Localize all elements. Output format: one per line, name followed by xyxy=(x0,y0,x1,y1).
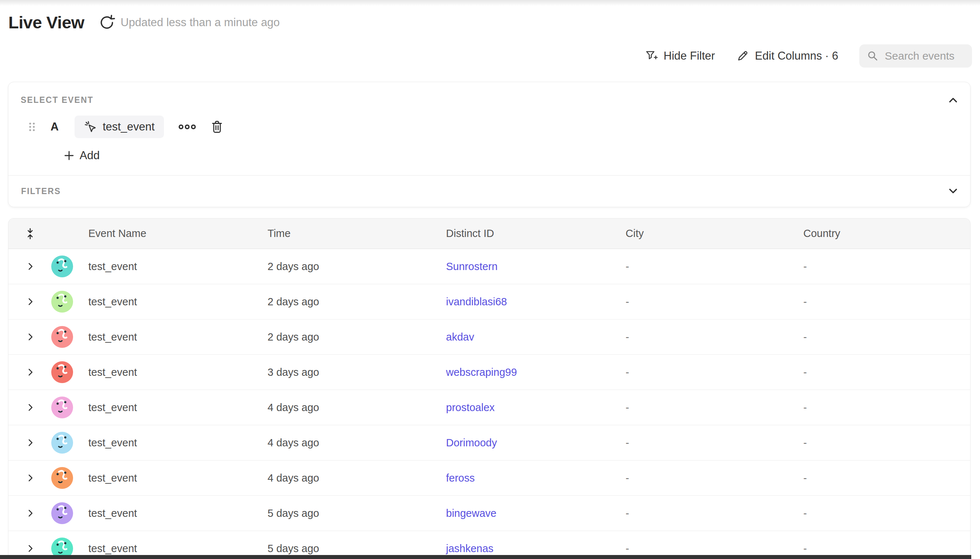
country-cell: - xyxy=(803,296,970,308)
drag-handle-icon xyxy=(28,121,36,132)
page-title: Live View xyxy=(8,12,84,32)
event-pill-label: test_event xyxy=(102,120,154,133)
event-name-cell: test_event xyxy=(88,437,268,449)
time-cell: 3 days ago xyxy=(268,366,446,378)
country-cell: - xyxy=(803,542,970,555)
distinct-id-link[interactable]: Dorimoody xyxy=(446,437,497,448)
user-avatar xyxy=(51,467,73,489)
city-cell: - xyxy=(626,437,803,449)
country-cell: - xyxy=(803,437,970,449)
row-expand-icon xyxy=(27,544,34,553)
table-row: test_event 4 days ago Dorimoody - - xyxy=(8,425,970,460)
edit-columns-label: Edit Columns · 6 xyxy=(755,50,838,63)
hide-filter-button[interactable]: Hide Filter xyxy=(645,50,715,63)
time-cell: 5 days ago xyxy=(268,542,446,555)
top-shadow xyxy=(0,0,980,6)
expand-row-button[interactable] xyxy=(27,333,35,341)
country-cell: - xyxy=(803,472,970,484)
expand-row-button[interactable] xyxy=(27,263,35,270)
delete-event-button[interactable] xyxy=(211,120,223,133)
distinct-id-link[interactable]: Sunrostern xyxy=(446,261,497,272)
event-row: A test_event xyxy=(21,116,959,138)
filters-label: FILTERS xyxy=(21,187,61,196)
cursor-click-icon xyxy=(84,120,97,133)
country-cell: - xyxy=(803,402,970,413)
search-input[interactable] xyxy=(885,50,964,62)
hide-filter-label: Hide Filter xyxy=(664,50,715,63)
collapse-section-button[interactable] xyxy=(947,94,959,106)
city-cell: - xyxy=(626,366,803,378)
table-header-row: Event Name Time Distinct ID City Country xyxy=(8,218,970,249)
chevron-down-icon xyxy=(948,187,958,195)
user-avatar xyxy=(51,397,73,418)
user-avatar xyxy=(51,432,73,453)
page-header: Live View Updated less than a minute ago xyxy=(8,12,280,32)
expand-row-button[interactable] xyxy=(27,509,35,517)
user-avatar xyxy=(51,256,73,277)
event-name-cell: test_event xyxy=(88,508,268,519)
updated-status-text: Updated less than a minute ago xyxy=(121,16,280,29)
row-expand-icon xyxy=(27,332,34,341)
city-cell: - xyxy=(626,542,803,555)
event-name-cell: test_event xyxy=(88,261,268,273)
column-header-event-name: Event Name xyxy=(88,228,268,240)
filter-plus-icon xyxy=(645,50,658,63)
event-name-cell: test_event xyxy=(88,296,268,308)
row-expand-icon xyxy=(27,403,34,412)
expand-row-button[interactable] xyxy=(27,439,35,447)
country-cell: - xyxy=(803,366,970,378)
row-expand-icon xyxy=(27,509,34,518)
distinct-id-link[interactable]: prostoalex xyxy=(446,402,495,413)
table-row: test_event 2 days ago Sunrostern - - xyxy=(8,249,970,284)
city-cell: - xyxy=(626,472,803,484)
expand-row-button[interactable] xyxy=(27,298,35,306)
distinct-id-link[interactable]: webscraping99 xyxy=(446,366,517,378)
search-events-box[interactable] xyxy=(859,44,972,68)
event-letter: A xyxy=(51,120,58,133)
distinct-id-link[interactable]: feross xyxy=(446,472,475,484)
more-options-button[interactable] xyxy=(178,123,197,131)
city-cell: - xyxy=(626,261,803,273)
refresh-button[interactable] xyxy=(98,14,116,31)
edit-columns-button[interactable]: Edit Columns · 6 xyxy=(736,50,838,63)
table-row: test_event 2 days ago ivandiblasi68 - - xyxy=(8,284,970,319)
distinct-id-link[interactable]: ivandiblasi68 xyxy=(446,296,507,308)
user-avatar xyxy=(51,326,73,348)
user-avatar xyxy=(51,291,73,313)
expand-row-button[interactable] xyxy=(27,474,35,482)
bottom-edge-bar xyxy=(0,555,971,559)
expand-filters-button[interactable] xyxy=(947,185,959,197)
expand-row-button[interactable] xyxy=(27,404,35,412)
event-name-cell: test_event xyxy=(88,472,268,484)
table-row: test_event 2 days ago akdav - - xyxy=(8,319,970,355)
distinct-id-link[interactable]: akdav xyxy=(446,331,474,343)
row-expand-icon xyxy=(27,438,34,447)
event-picker-button[interactable]: test_event xyxy=(74,116,164,138)
distinct-id-link[interactable]: jashkenas xyxy=(446,542,494,554)
time-cell: 5 days ago xyxy=(268,508,446,519)
user-avatar xyxy=(51,502,73,524)
user-avatar xyxy=(51,361,73,383)
distinct-id-link[interactable]: bingewave xyxy=(446,508,497,519)
time-cell: 4 days ago xyxy=(268,472,446,484)
time-cell: 2 days ago xyxy=(268,261,446,273)
select-event-section: SELECT EVENT xyxy=(8,82,970,175)
city-cell: - xyxy=(626,508,803,519)
city-cell: - xyxy=(626,296,803,308)
country-cell: - xyxy=(803,331,970,343)
toolbar: Hide Filter Edit Columns · 6 xyxy=(645,44,972,68)
drag-handle[interactable] xyxy=(28,121,36,132)
table-row: test_event 3 days ago webscraping99 - - xyxy=(8,355,970,390)
pencil-icon xyxy=(736,50,749,63)
expand-row-button[interactable] xyxy=(27,368,35,376)
add-label: Add xyxy=(79,149,99,162)
collapse-all-rows-button[interactable] xyxy=(26,230,34,238)
query-builder-card: SELECT EVENT xyxy=(8,82,970,207)
event-name-cell: test_event xyxy=(88,402,268,413)
select-event-label: SELECT EVENT xyxy=(21,95,93,105)
row-expand-icon xyxy=(27,262,34,271)
add-event-button[interactable]: Add xyxy=(64,149,99,162)
expand-row-button[interactable] xyxy=(27,544,35,552)
trash-icon xyxy=(211,120,223,133)
table-body: test_event 2 days ago Sunrostern - - xyxy=(8,249,970,559)
